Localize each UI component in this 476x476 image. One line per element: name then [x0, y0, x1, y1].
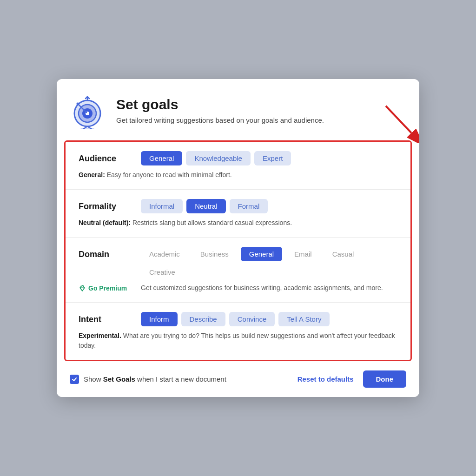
set-goals-modal: Set goals Get tailored writing suggestio…	[57, 79, 419, 397]
domain-btn-casual[interactable]: Casual	[324, 247, 363, 261]
go-premium-button[interactable]: Go Premium	[79, 284, 130, 292]
checkmark-icon	[72, 377, 77, 382]
intent-label: Intent	[79, 312, 130, 324]
audience-btn-knowledgeable[interactable]: Knowledgeable	[186, 151, 251, 165]
modal-title: Set goals	[116, 97, 324, 112]
audience-btn-expert[interactable]: Expert	[254, 151, 291, 165]
domain-buttons: Academic Business General Email Casual C…	[141, 247, 397, 279]
goals-icon	[70, 92, 107, 129]
footer-checkbox-area: Show Set Goals when I start a new docume…	[70, 375, 226, 384]
show-goals-checkbox[interactable]	[70, 375, 79, 384]
audience-buttons: General Knowledgeable Expert	[141, 151, 291, 165]
audience-label: Audience	[79, 151, 130, 164]
footer-actions: Reset to defaults Done	[296, 370, 406, 388]
modal-subtitle: Get tailored writing suggestions based o…	[116, 115, 324, 125]
footer-checkbox-label: Show Set Goals when I start a new docume…	[84, 375, 226, 383]
modal-footer: Show Set Goals when I start a new docume…	[57, 361, 419, 397]
domain-btn-email[interactable]: Email	[286, 247, 320, 261]
intent-description: Experimental. What are you trying to do?…	[79, 331, 397, 350]
domain-btn-general[interactable]: General	[241, 247, 282, 261]
intent-section: Intent Inform Describe Convince Tell A S…	[66, 303, 410, 360]
formality-section: Formality Informal Neutral Formal Neutra…	[66, 190, 410, 238]
intent-buttons: Inform Describe Convince Tell A Story	[141, 312, 330, 326]
done-button[interactable]: Done	[363, 370, 407, 388]
intent-btn-tell-story[interactable]: Tell A Story	[278, 312, 330, 326]
domain-section: Domain Academic Business General Email C…	[66, 238, 410, 303]
domain-btn-creative[interactable]: Creative	[141, 265, 184, 279]
reset-defaults-button[interactable]: Reset to defaults	[296, 371, 356, 387]
audience-section: Audience General Knowledgeable Expert Ge…	[66, 142, 410, 190]
modal-title-block: Set goals Get tailored writing suggestio…	[116, 97, 324, 125]
formality-btn-neutral[interactable]: Neutral	[186, 199, 225, 213]
intent-btn-convince[interactable]: Convince	[229, 312, 275, 326]
domain-btn-business[interactable]: Business	[192, 247, 237, 261]
audience-description: General: Easy for anyone to read with mi…	[79, 170, 397, 180]
modal-header: Set goals Get tailored writing suggestio…	[57, 79, 419, 140]
diamond-icon	[79, 284, 86, 292]
domain-description: Get customized suggestions for business …	[141, 283, 383, 293]
formality-description: Neutral (default): Restricts slang but a…	[79, 218, 397, 228]
audience-btn-general[interactable]: General	[141, 151, 182, 165]
formality-btn-informal[interactable]: Informal	[141, 199, 183, 213]
domain-btn-academic[interactable]: Academic	[141, 247, 188, 261]
intent-btn-describe[interactable]: Describe	[181, 312, 225, 326]
intent-btn-inform[interactable]: Inform	[141, 312, 178, 326]
domain-label: Domain	[79, 247, 130, 259]
go-premium-label: Go Premium	[88, 284, 127, 292]
formality-btn-formal[interactable]: Formal	[230, 199, 268, 213]
formality-label: Formality	[79, 199, 130, 212]
domain-premium-row: Go Premium Get customized suggestions fo…	[79, 283, 397, 293]
formality-buttons: Informal Neutral Formal	[141, 199, 268, 213]
modal-content: Audience General Knowledgeable Expert Ge…	[64, 140, 412, 361]
